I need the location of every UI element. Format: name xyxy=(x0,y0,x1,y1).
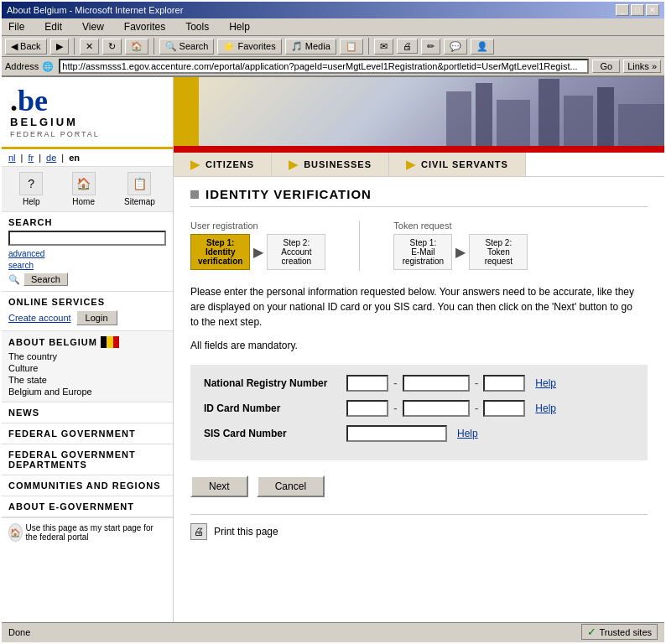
file-menu[interactable]: File xyxy=(5,20,28,34)
id-card-help-link[interactable]: Help xyxy=(535,402,556,414)
search-section: SEARCH advanced search 🔍 Search xyxy=(2,212,173,292)
login-button[interactable]: Login xyxy=(76,310,117,325)
id-card-inputs: - - Help xyxy=(346,400,556,417)
print-link[interactable]: Print this page xyxy=(214,526,278,538)
cancel-button[interactable]: Cancel xyxy=(257,475,325,497)
about-country-link[interactable]: The country xyxy=(8,351,166,361)
logo-federal: FEDERAL PORTAL xyxy=(10,130,164,138)
browser-content: .be BELGIUM FEDERAL PORTAL nl | fr | de … xyxy=(2,77,664,622)
about-belgium-label: ABOUT BELGIUM xyxy=(8,337,97,347)
about-culture-link[interactable]: Culture xyxy=(8,363,166,373)
news-title[interactable]: NEWS xyxy=(8,408,166,418)
search-row: 🔍 Search xyxy=(8,273,166,286)
id-card-input-2[interactable] xyxy=(403,400,470,417)
toolbar: ◀ Back ▶ ✕ ↻ 🏠 🔍 Search ⭐ Favorites 🎵 Me… xyxy=(2,36,664,57)
help-menu[interactable]: Help xyxy=(226,20,253,34)
status-done: Done xyxy=(8,627,30,637)
federal-govt-title[interactable]: FEDERAL GOVERNMENT xyxy=(8,428,166,439)
favorites-menu[interactable]: Favorites xyxy=(121,20,169,34)
minimize-button[interactable]: _ xyxy=(616,4,629,16)
user-reg-label: User registration xyxy=(190,221,325,231)
services-row: Create account Login xyxy=(8,310,166,325)
lang-fr[interactable]: fr xyxy=(28,153,34,163)
user-steps-row: Step 1: Identity verification ▶ Step 2: … xyxy=(190,234,325,270)
search-toolbar-button[interactable]: 🔍 Search xyxy=(159,39,215,55)
stop-button[interactable]: ✕ xyxy=(80,39,99,55)
search-title: SEARCH xyxy=(8,217,166,227)
view-menu[interactable]: View xyxy=(79,20,107,34)
nav-home[interactable]: 🏠 Home xyxy=(72,172,96,206)
token-request-steps: Token request Step 1: E-Mail registratio… xyxy=(393,221,528,270)
messenger-button[interactable]: 👤 xyxy=(471,39,494,55)
national-registry-input-1[interactable] xyxy=(346,375,388,392)
tab-businesses[interactable]: ▶ BUSINESSES xyxy=(272,153,389,176)
back-button[interactable]: ◀ Back xyxy=(5,39,47,55)
address-input[interactable] xyxy=(59,59,589,74)
nav-help-label: Help xyxy=(23,197,40,206)
search-button[interactable]: Search xyxy=(23,273,68,286)
close-button[interactable]: ✕ xyxy=(646,4,659,16)
hero-red-bar xyxy=(174,146,664,150)
tab-civil-servants[interactable]: ▶ CIVIL SERVANTS xyxy=(389,153,526,176)
create-account-link[interactable]: Create account xyxy=(8,313,71,323)
next-button[interactable]: Next xyxy=(190,475,248,497)
links-button[interactable]: Links » xyxy=(623,60,661,73)
tab-citizens[interactable]: ▶ CITIZENS xyxy=(174,153,272,176)
hero-silhouette-svg xyxy=(195,77,664,150)
navigation-tabs: ▶ CITIZENS ▶ BUSINESSES ▶ CIVIL SERVANTS xyxy=(174,153,664,177)
maximize-button[interactable]: □ xyxy=(631,4,644,16)
search-link[interactable]: search xyxy=(8,261,34,270)
news-section: NEWS xyxy=(2,402,173,423)
title-icon xyxy=(190,190,199,199)
lang-en[interactable]: en xyxy=(69,153,80,163)
national-registry-help-link[interactable]: Help xyxy=(535,377,556,389)
e-govt-title[interactable]: ABOUT E-GOVERNMENT xyxy=(8,501,166,512)
edit-toolbar-button[interactable]: ✏ xyxy=(421,39,440,55)
national-registry-input-3[interactable] xyxy=(483,375,525,392)
tools-menu[interactable]: Tools xyxy=(182,20,212,34)
home-button[interactable]: 🏠 xyxy=(125,39,148,55)
nav-help[interactable]: ? Help xyxy=(19,172,43,206)
search-input[interactable] xyxy=(8,231,166,246)
go-button[interactable]: Go xyxy=(592,60,620,73)
favorites-button[interactable]: ⭐ Favorites xyxy=(217,39,281,55)
about-europe-link[interactable]: Belgium and Europe xyxy=(8,387,166,397)
nav-sitemap[interactable]: 📋 Sitemap xyxy=(124,172,155,206)
communities-title[interactable]: COMMUNITIES AND REGIONS xyxy=(8,480,166,491)
discuss-button[interactable]: 💬 xyxy=(444,39,467,55)
sis-card-input[interactable] xyxy=(346,425,447,442)
federal-dept-title[interactable]: FEDERAL GOVERNMENT DEPARTMENTS xyxy=(8,449,166,470)
lang-nl[interactable]: nl xyxy=(8,153,16,163)
svg-rect-1 xyxy=(107,336,113,348)
civil-servants-arrow-icon: ▶ xyxy=(406,158,416,171)
id-card-input-3[interactable] xyxy=(483,400,525,417)
mail-button[interactable]: ✉ xyxy=(374,39,393,55)
history-button[interactable]: 📋 xyxy=(340,39,363,55)
communities-section: COMMUNITIES AND REGIONS xyxy=(2,475,173,496)
help-icon: ? xyxy=(19,172,43,195)
print-toolbar-button[interactable]: 🖨 xyxy=(397,39,418,54)
national-registry-label: National Registry Number xyxy=(204,377,346,389)
national-registry-input-2[interactable] xyxy=(403,375,470,392)
id-card-input-1[interactable] xyxy=(346,400,388,417)
national-registry-row: National Registry Number - - Help xyxy=(204,375,634,392)
about-belgium-section: ABOUT BELGIUM The country Culture The st… xyxy=(2,331,173,402)
sep-3: - xyxy=(392,402,399,415)
about-state-link[interactable]: The state xyxy=(8,375,166,385)
edit-menu[interactable]: Edit xyxy=(41,20,65,34)
advanced-search-link[interactable]: advanced xyxy=(8,249,44,258)
sidebar-nav: ? Help 🏠 Home 📋 Sitemap xyxy=(2,167,173,212)
businesses-arrow-icon: ▶ xyxy=(289,158,299,171)
sis-card-help-link[interactable]: Help xyxy=(457,428,478,439)
belgium-flag-icon xyxy=(101,336,119,348)
svg-rect-9 xyxy=(618,104,664,150)
lang-de[interactable]: de xyxy=(46,153,56,163)
token-step-2: Step 2: Token request xyxy=(469,234,528,270)
refresh-button[interactable]: ↻ xyxy=(102,39,122,55)
info-text: Please enter the personal information re… xyxy=(190,284,643,330)
id-card-label: ID Card Number xyxy=(204,402,346,414)
forward-button[interactable]: ▶ xyxy=(50,39,69,55)
content-area: IDENTITY VERIFICATION User registration … xyxy=(174,177,664,550)
steps-container: User registration Step 1: Identity verif… xyxy=(190,221,648,271)
media-button[interactable]: 🎵 Media xyxy=(285,39,336,55)
